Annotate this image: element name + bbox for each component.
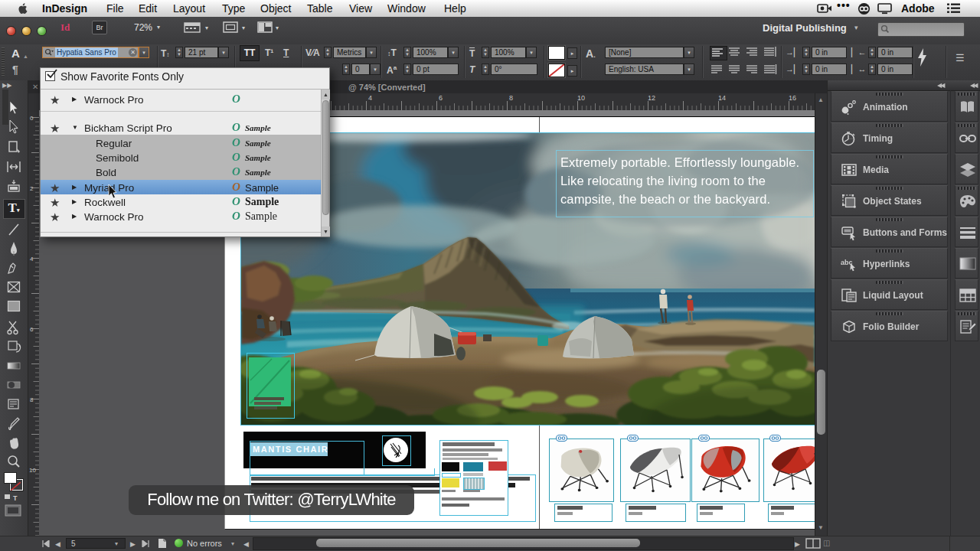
svg-text:6: 6 <box>30 326 34 333</box>
svg-text:10: 10 <box>29 467 36 474</box>
svg-text:6: 6 <box>439 94 443 102</box>
svg-text:4: 4 <box>30 256 34 262</box>
svg-text:2: 2 <box>30 185 34 192</box>
svg-text:8: 8 <box>30 396 34 403</box>
svg-text:0: 0 <box>30 115 34 122</box>
svg-text:12: 12 <box>648 94 655 102</box>
svg-text:10: 10 <box>577 94 585 102</box>
svg-text:8: 8 <box>509 94 513 102</box>
svg-text:14: 14 <box>718 94 726 102</box>
svg-text:4: 4 <box>368 94 372 102</box>
svg-text:16: 16 <box>789 94 796 102</box>
